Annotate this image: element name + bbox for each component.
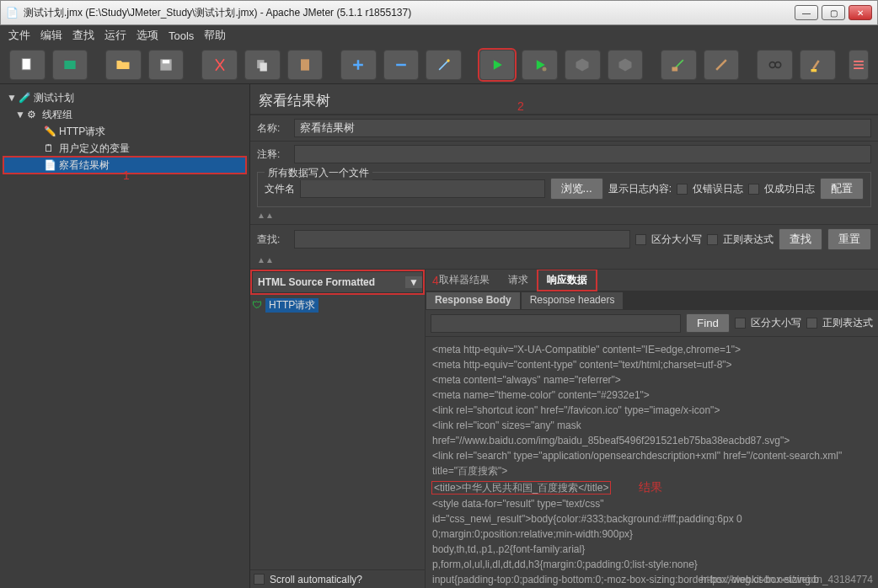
maximize-button[interactable]: ▢: [822, 5, 845, 20]
comment-input[interactable]: [294, 145, 871, 163]
save-button[interactable]: [148, 50, 185, 80]
subtab-headers[interactable]: Response headers: [521, 291, 624, 310]
start-noTimers-button[interactable]: [522, 50, 558, 80]
response-body[interactable]: <meta http-equiv="X-UA-Compatible" conte…: [426, 337, 878, 588]
body-line: body,th,td,.p1,.p2{font-family:arial}: [432, 542, 871, 557]
subtab-body[interactable]: Response Body: [426, 291, 521, 310]
tab-response[interactable]: 响应数据: [538, 270, 596, 290]
svg-marker-9: [618, 58, 631, 71]
body-find-button[interactable]: Find: [686, 313, 730, 333]
menu-options[interactable]: 选项: [137, 28, 158, 43]
search-toolbar-button[interactable]: [757, 50, 793, 80]
menu-edit[interactable]: 编辑: [40, 28, 62, 43]
search-reset-button[interactable]: 重置: [827, 228, 871, 250]
menu-run[interactable]: 运行: [104, 28, 126, 43]
menu-tools[interactable]: Tools: [169, 29, 194, 42]
body-line: <link rel="icon" sizes="any" mask href="…: [432, 418, 871, 448]
annotation-result: 结果: [639, 480, 662, 494]
add-button[interactable]: [340, 50, 377, 80]
wand-button[interactable]: [426, 50, 462, 80]
svg-point-12: [775, 61, 781, 67]
clear-all-button[interactable]: [704, 50, 740, 80]
body-line: <meta http-equiv="content-type" content=…: [432, 357, 871, 372]
tree-root[interactable]: ▼🧪测试计划: [3, 89, 246, 106]
response-panel: 取样器结果 请求 响应数据 4 Response Body Response h…: [426, 270, 878, 588]
tree-results-tree-label: 察看结果树: [59, 158, 110, 173]
file-legend: 所有数据写入一个文件: [265, 166, 372, 180]
body-line: <meta name="theme-color" content="#2932e…: [432, 388, 871, 403]
filename-input[interactable]: [300, 179, 545, 198]
menu-help[interactable]: 帮助: [204, 28, 226, 43]
tree-user-vars[interactable]: 🗒用户定义的变量: [3, 140, 246, 157]
svg-rect-5: [301, 59, 309, 70]
body-find-input[interactable]: [431, 314, 681, 333]
close-button[interactable]: ✕: [849, 5, 872, 20]
svg-point-7: [542, 67, 546, 71]
tree-root-label: 测试计划: [34, 91, 74, 105]
tree-http-request[interactable]: ✏️HTTP请求: [3, 123, 246, 140]
clear-button[interactable]: [661, 50, 697, 80]
svg-point-6: [447, 59, 449, 61]
tree-user-vars-label: 用户定义的变量: [59, 142, 130, 156]
menu-file[interactable]: 文件: [8, 28, 30, 43]
sampler-list-panel: HTML Source Formatted ▼ 3 🛡 HTTP请求 Scrol…: [250, 270, 426, 588]
body-find-regex-label: 正则表达式: [822, 316, 873, 330]
app-icon: 📄: [6, 7, 19, 19]
body-line-title: <title>中华人民共和国_百度搜索</title>: [432, 482, 610, 494]
toolbar: [0, 45, 878, 84]
tab-request[interactable]: 请求: [500, 270, 537, 290]
scroll-auto-checkbox[interactable]: [254, 574, 265, 585]
menu-search[interactable]: 查找: [72, 28, 94, 43]
renderer-value: HTML Source Formatted: [253, 276, 405, 288]
minimize-button[interactable]: —: [795, 5, 818, 20]
ok-only-label: 仅成功日志: [764, 182, 815, 196]
sweep-button[interactable]: [800, 50, 836, 80]
body-line: <style data-for="result" type="text/css"…: [432, 496, 871, 542]
watermark: https://blog.csdn.net/weixin_43184774: [701, 574, 873, 585]
open-button[interactable]: [105, 50, 142, 80]
annotation-1: 1: [123, 168, 130, 182]
show-log-label: 显示日志内容:: [608, 182, 672, 196]
search-case-checkbox[interactable]: [635, 234, 646, 245]
svg-rect-0: [22, 58, 30, 69]
annotation-4: 4: [432, 274, 439, 287]
tree-threadgroup[interactable]: ▼⚙线程组: [3, 106, 246, 123]
collapse-chevrons-icon: ▲▲: [257, 211, 871, 222]
cut-button[interactable]: [201, 50, 238, 80]
body-find-regex-checkbox[interactable]: [806, 318, 817, 329]
remove-button[interactable]: [383, 50, 420, 80]
success-icon: 🛡: [252, 299, 262, 311]
sampler-row[interactable]: 🛡 HTTP请求: [252, 297, 423, 313]
titlebar: 📄 测试计划.jmx (E:\Study\JMeter_Study\测试计划.j…: [0, 0, 878, 25]
templates-button[interactable]: [52, 50, 88, 80]
start-button[interactable]: [479, 50, 516, 80]
body-line: <meta http-equiv="X-UA-Compatible" conte…: [432, 342, 871, 357]
svg-rect-4: [260, 62, 267, 71]
shutdown-button[interactable]: [608, 50, 644, 80]
tab-sampler[interactable]: 取样器结果: [431, 270, 498, 290]
search-regex-checkbox[interactable]: [707, 234, 718, 245]
body-find-case-checkbox[interactable]: [735, 318, 746, 329]
stop-button[interactable]: [565, 50, 601, 80]
ok-only-checkbox[interactable]: [748, 184, 759, 195]
err-only-checkbox[interactable]: [677, 184, 688, 195]
tree-http-request-label: HTTP请求: [59, 125, 105, 139]
search-input[interactable]: [294, 230, 630, 249]
new-button[interactable]: [9, 50, 46, 80]
search-find-button[interactable]: 查找: [779, 228, 822, 250]
renderer-combo[interactable]: HTML Source Formatted ▼: [252, 271, 423, 293]
body-line: p,form,ol,ul,li,dl,dt,dd,h3{margin:0;pad…: [432, 557, 871, 572]
copy-button[interactable]: [244, 50, 281, 80]
body-line: <meta content="always" name="referrer">: [432, 372, 871, 388]
paste-button[interactable]: [287, 50, 324, 80]
more-button[interactable]: [849, 50, 869, 80]
search-case-label: 区分大小写: [651, 233, 702, 247]
name-input[interactable]: [294, 119, 871, 137]
file-fieldset: 所有数据写入一个文件 文件名 浏览... 显示日志内容: 仅错误日志 仅成功日志…: [257, 172, 871, 207]
config-button[interactable]: 配置: [820, 178, 864, 200]
browse-button[interactable]: 浏览...: [550, 178, 603, 200]
comment-label: 注释:: [257, 147, 289, 162]
chevron-down-icon: ▼: [405, 276, 422, 288]
right-panel: 察看结果树 2 名称: 注释: 所有数据写入一个文件 文件名 浏览... 显示日…: [249, 84, 878, 588]
svg-marker-8: [576, 58, 589, 71]
